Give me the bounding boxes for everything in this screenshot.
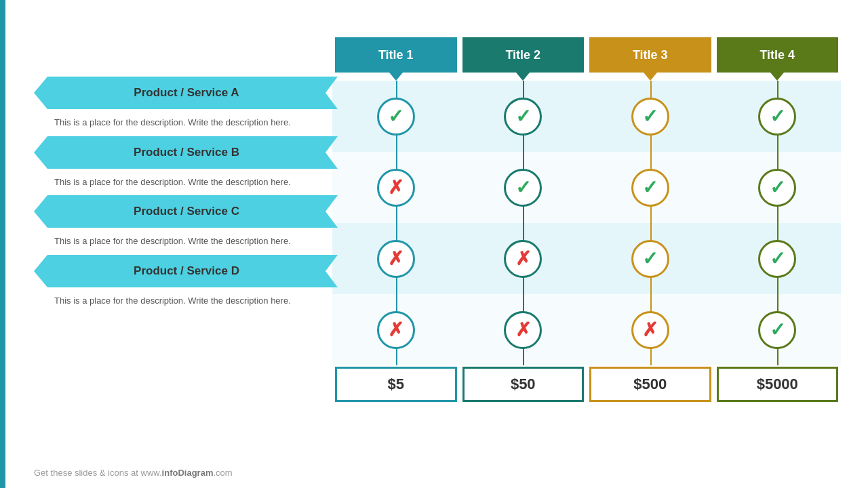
cell-r1-c2: [589, 152, 711, 223]
check-icon-r2-c2: [631, 240, 669, 278]
data-row-2: [332, 223, 841, 294]
price-cell-0: $5: [335, 367, 457, 402]
cell-r3-c3: [717, 294, 839, 365]
check-mark: [770, 247, 785, 270]
row-label-3: Product / Service D: [134, 264, 239, 278]
check-mark: [770, 176, 785, 199]
cross-icon-r1-c0: [377, 169, 415, 207]
row-banner-0: Product / Service A: [34, 77, 326, 109]
price-cell-2: $500: [589, 367, 711, 402]
check-mark: [770, 105, 785, 127]
cross-icon-r3-c1: [504, 311, 542, 349]
check-icon-r0-c2: [631, 98, 669, 136]
banner-arrow-3: [34, 255, 47, 287]
check-icon-r0-c1: [504, 98, 542, 136]
col-header-0: Title 1: [335, 37, 457, 73]
cross-mark: [388, 176, 403, 199]
col-header-3: Title 4: [717, 37, 839, 73]
page-container: Product / Service AThis is a place for t…: [0, 0, 868, 488]
col-header-1: Title 2: [462, 37, 585, 73]
row-item-3: Product / Service DThis is a place for t…: [34, 255, 326, 314]
row-item-0: Product / Service AThis is a place for t…: [34, 77, 326, 136]
cell-r2-c3: [717, 223, 839, 294]
price-cell-3: $5000: [717, 367, 839, 402]
cross-icon-r2-c0: [377, 240, 415, 278]
data-rows: [332, 81, 841, 365]
row-label-1: Product / Service B: [134, 146, 239, 159]
cross-mark: [642, 319, 658, 341]
cell-r1-c3: [717, 152, 839, 223]
row-label-0: Product / Service A: [134, 86, 239, 100]
check-icon-r0-c3: [758, 98, 796, 136]
check-mark: [642, 105, 658, 127]
check-mark: [515, 105, 531, 127]
data-row-3: [332, 294, 841, 365]
row-item-2: Product / Service CThis is a place for t…: [34, 195, 326, 255]
check-icon-r2-c3: [758, 240, 796, 278]
col-header-2: Title 3: [589, 37, 711, 73]
cross-icon-r3-c2: [631, 311, 669, 349]
cross-mark: [388, 247, 403, 270]
left-accent-bar: [0, 0, 5, 488]
banner-body-1: Product / Service B: [47, 136, 326, 169]
column-headers: Title 1Title 2Title 3Title 4: [332, 37, 841, 73]
check-mark: [770, 319, 785, 341]
check-mark: [642, 247, 658, 270]
row-banner-3: Product / Service D: [34, 255, 326, 287]
check-icon-r1-c3: [758, 169, 796, 207]
grid-area: Title 1Title 2Title 3Title 4 $5$50$500$5…: [332, 37, 841, 402]
check-mark: [515, 176, 531, 199]
cross-icon-r2-c1: [504, 240, 542, 278]
footer-text: Get these slides & icons at www.infoDiag…: [34, 468, 233, 478]
banner-body-3: Product / Service D: [47, 255, 326, 287]
banner-body-2: Product / Service C: [47, 195, 326, 228]
row-item-1: Product / Service BThis is a place for t…: [34, 136, 326, 196]
price-row: $5$50$500$5000: [332, 367, 841, 402]
row-desc-2: This is a place for the description. Wri…: [34, 230, 326, 255]
row-label-2: Product / Service C: [134, 205, 239, 218]
main-content: Product / Service AThis is a place for t…: [34, 37, 841, 402]
row-desc-1: This is a place for the description. Wri…: [34, 171, 326, 196]
cell-r0-c2: [589, 81, 711, 152]
cell-r2-c1: [462, 223, 585, 294]
check-icon-r1-c1: [504, 169, 542, 207]
cell-r0-c0: [335, 81, 457, 152]
banner-arrow-1: [34, 136, 47, 169]
row-desc-3: This is a place for the description. Wri…: [34, 290, 326, 314]
check-icon-r3-c3: [758, 311, 796, 349]
check-icon-r1-c2: [631, 169, 669, 207]
cross-mark: [388, 319, 403, 341]
cell-r3-c2: [589, 294, 711, 365]
cell-r0-c1: [462, 81, 585, 152]
row-banner-2: Product / Service C: [34, 195, 326, 228]
cell-r1-c1: [462, 152, 585, 223]
cell-r2-c2: [589, 223, 711, 294]
cross-icon-r3-c0: [377, 311, 415, 349]
banner-arrow-0: [34, 77, 47, 109]
cross-mark: [515, 247, 531, 270]
row-labels: Product / Service AThis is a place for t…: [34, 77, 326, 314]
check-mark: [388, 105, 403, 127]
cell-r1-c0: [335, 152, 457, 223]
check-icon-r0-c0: [377, 98, 415, 136]
banner-body-0: Product / Service A: [47, 77, 326, 109]
banner-arrow-2: [34, 195, 47, 228]
data-row-1: [332, 152, 841, 223]
check-mark: [642, 176, 658, 199]
cell-r3-c0: [335, 294, 457, 365]
row-desc-0: This is a place for the description. Wri…: [34, 112, 326, 136]
cross-mark: [515, 319, 531, 341]
cell-r3-c1: [462, 294, 585, 365]
price-cell-1: $50: [462, 367, 585, 402]
row-banner-1: Product / Service B: [34, 136, 326, 169]
cell-r0-c3: [717, 81, 839, 152]
cell-r2-c0: [335, 223, 457, 294]
data-row-0: [332, 81, 841, 152]
